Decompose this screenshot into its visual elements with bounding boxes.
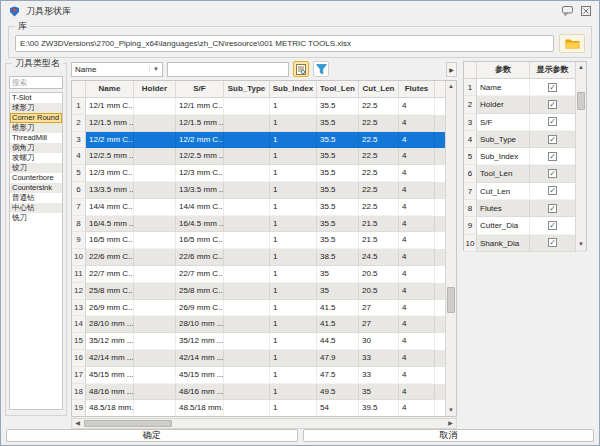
column-header-flutes[interactable]: Flutes (399, 81, 435, 97)
show-param-checkbox[interactable]: ✓ (548, 152, 557, 161)
cell-toollen[interactable]: 49.5 (317, 384, 359, 401)
cell-sf[interactable]: 48/16 mm ... (176, 384, 224, 401)
cell-subtype[interactable] (224, 165, 270, 182)
parameter-row[interactable]: 3 S/F ✓ (464, 114, 586, 131)
browse-folder-button[interactable] (559, 34, 585, 53)
cell-cutlen[interactable]: 22.5 (359, 132, 399, 149)
cell-flutes[interactable]: 4 (399, 132, 435, 149)
scroll-up-icon[interactable]: ▲ (446, 81, 456, 92)
cell-cutlen[interactable]: 33 (359, 367, 399, 384)
cell-name[interactable]: 26/9 mm C... (86, 300, 134, 317)
cell-flutes[interactable]: 4 (399, 182, 435, 199)
cell-holder[interactable] (134, 384, 176, 401)
cell-subindex[interactable]: 1 (270, 350, 317, 367)
column-header-subindex[interactable]: Sub_Index (270, 81, 317, 97)
cell-subtype[interactable] (224, 350, 270, 367)
cell-flutes[interactable]: 4 (399, 300, 435, 317)
cell-subindex[interactable]: 1 (270, 115, 317, 132)
cell-flutes[interactable]: 4 (399, 266, 435, 283)
tool-type-item[interactable]: 铰刀 (10, 163, 62, 173)
cell-cutlen[interactable]: 20.5 (359, 283, 399, 300)
table-vertical-scrollbar[interactable]: ▲ ▼ (445, 81, 456, 416)
expand-right-button[interactable]: ▶ (446, 62, 457, 77)
cell-cutlen[interactable]: 22.5 (359, 115, 399, 132)
column-header-toollen[interactable]: Tool_Len (317, 81, 359, 97)
cell-subindex[interactable]: 1 (270, 300, 317, 317)
cell-name[interactable]: 45/15 mm ... (86, 367, 134, 384)
filter-funnel-button[interactable] (313, 61, 329, 77)
tool-type-item[interactable]: 倒角刀 (10, 143, 62, 153)
cell-subindex[interactable]: 1 (270, 384, 317, 401)
column-header-sf[interactable]: S/F (176, 81, 224, 97)
dock-close-icon[interactable] (579, 5, 592, 17)
cell-name[interactable]: 48/16 mm ... (86, 384, 134, 401)
show-param-checkbox[interactable]: ✓ (548, 117, 557, 126)
table-row[interactable]: 13 26/9 mm C... 26/9 mm C... 1 41.5 27 4 (72, 300, 456, 317)
parameter-row[interactable]: 2 Holder ✓ (464, 96, 586, 113)
cell-subindex[interactable]: 1 (270, 266, 317, 283)
table-row[interactable]: 6 13/3.5 mm ... 13/3.5 mm ... 1 35.5 22.… (72, 182, 456, 199)
cell-subtype[interactable] (224, 216, 270, 233)
table-row[interactable]: 4 12/2.5 mm ... 12/2.5 mm ... 1 35.5 22.… (72, 148, 456, 165)
table-row[interactable]: 14 28/10 mm ... 28/10 mm ... 1 41.5 27 4 (72, 316, 456, 333)
cell-sf[interactable]: 12/3 mm C... (176, 165, 224, 182)
cell-name[interactable]: 13/3.5 mm ... (86, 182, 134, 199)
cell-name[interactable]: 12/3 mm C... (86, 165, 134, 182)
cell-holder[interactable] (134, 216, 176, 233)
cell-cutlen[interactable]: 35 (359, 384, 399, 401)
cell-holder[interactable] (134, 333, 176, 350)
cell-sf[interactable]: 13/3.5 mm ... (176, 182, 224, 199)
cell-sf[interactable]: 16/4.5 mm ... (176, 216, 224, 233)
tool-type-item[interactable]: ThreadMill (10, 133, 62, 143)
cell-subindex[interactable]: 1 (270, 367, 317, 384)
tool-type-item[interactable]: 锥形刀 (10, 123, 62, 133)
cancel-button[interactable]: 取消 (303, 429, 595, 442)
cell-toollen[interactable]: 35 (317, 283, 359, 300)
cell-flutes[interactable]: 4 (399, 350, 435, 367)
table-row[interactable]: 5 12/3 mm C... 12/3 mm C... 1 35.5 22.5 … (72, 165, 456, 182)
tool-type-item[interactable]: Counterbore (10, 173, 62, 183)
cell-cutlen[interactable]: 39.5 (359, 400, 399, 417)
cell-flutes[interactable]: 4 (399, 115, 435, 132)
cell-subindex[interactable]: 1 (270, 232, 317, 249)
cell-flutes[interactable]: 4 (399, 232, 435, 249)
cell-toollen[interactable]: 35.5 (317, 232, 359, 249)
table-row[interactable]: 2 12/1.5 mm ... 12/1.5 mm ... 1 35.5 22.… (72, 115, 456, 132)
cell-toollen[interactable]: 35.5 (317, 165, 359, 182)
parameter-vertical-scrollbar[interactable]: ▲ ▼ (575, 62, 586, 250)
cell-name[interactable]: 22/7 mm C... (86, 266, 134, 283)
cell-subtype[interactable] (224, 148, 270, 165)
parameter-row[interactable]: 6 Tool_Len ✓ (464, 165, 586, 182)
cell-sf[interactable]: 48.5/18 mm... (176, 400, 224, 417)
cell-sf[interactable]: 12/2.5 mm ... (176, 148, 224, 165)
cell-toollen[interactable]: 35.5 (317, 216, 359, 233)
show-param-checkbox[interactable]: ✓ (548, 100, 557, 109)
cell-cutlen[interactable]: 33 (359, 350, 399, 367)
cell-toollen[interactable]: 35 (317, 266, 359, 283)
cell-holder[interactable] (134, 266, 176, 283)
cell-toollen[interactable]: 35.5 (317, 199, 359, 216)
cell-subtype[interactable] (224, 367, 270, 384)
filter-query-input[interactable] (167, 62, 289, 77)
parameter-row[interactable]: 10 Shank_Dia ✓ (464, 235, 586, 252)
cell-name[interactable]: 16/5 mm C... (86, 232, 134, 249)
cell-subindex[interactable]: 1 (270, 98, 317, 115)
cell-flutes[interactable]: 4 (399, 148, 435, 165)
cell-sf[interactable]: 25/8 mm C... (176, 283, 224, 300)
scroll-down-icon[interactable]: ▼ (446, 405, 456, 416)
cell-subtype[interactable] (224, 199, 270, 216)
cell-flutes[interactable]: 4 (399, 98, 435, 115)
show-param-checkbox[interactable]: ✓ (548, 238, 557, 247)
cell-subindex[interactable]: 1 (270, 333, 317, 350)
parameter-row[interactable]: 4 Sub_Type ✓ (464, 131, 586, 148)
cell-holder[interactable] (134, 367, 176, 384)
cell-cutlen[interactable]: 27 (359, 300, 399, 317)
tool-type-item[interactable]: 攻螺刀 (10, 153, 62, 163)
cell-name[interactable]: 16/4.5 mm ... (86, 216, 134, 233)
cell-subindex[interactable]: 1 (270, 216, 317, 233)
cell-sf[interactable]: 12/1.5 mm ... (176, 115, 224, 132)
cell-toollen[interactable]: 35.5 (317, 132, 359, 149)
cell-cutlen[interactable]: 21.5 (359, 216, 399, 233)
cell-subindex[interactable]: 1 (270, 182, 317, 199)
cell-toollen[interactable]: 47.9 (317, 350, 359, 367)
